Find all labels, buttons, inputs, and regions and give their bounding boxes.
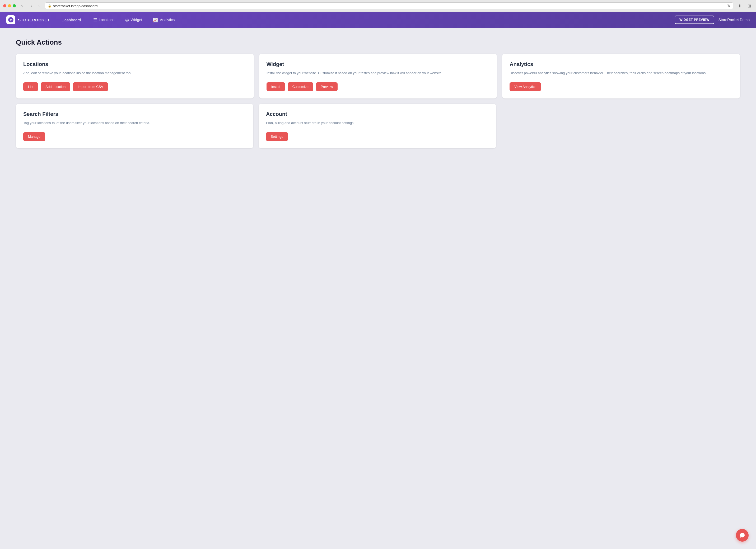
browser-actions: ⬆ ⊞ (736, 2, 753, 10)
account-card: Account Plan, billing and account stuff … (259, 104, 496, 148)
nav-widget[interactable]: ◎ Widget (121, 15, 147, 25)
nav-analytics[interactable]: 📈 Analytics (148, 15, 179, 25)
locations-nav-icon: ☰ (93, 17, 97, 22)
analytics-card: Analytics Discover powerful analytics sh… (502, 54, 740, 99)
widget-nav-icon: ◎ (125, 17, 129, 22)
analytics-card-title: Analytics (510, 61, 733, 67)
search-filters-card: Search Filters Tag your locations to let… (16, 104, 253, 148)
add-location-button[interactable]: Add Location (41, 82, 70, 91)
address-bar[interactable]: 🔒 storerocket.io/app/dashboard ↻ (45, 2, 733, 9)
nav-locations[interactable]: ☰ Locations (89, 15, 119, 25)
nav-analytics-label: Analytics (160, 18, 175, 22)
widget-card-desc: Install the widget to your website. Cust… (267, 71, 490, 76)
analytics-nav-icon: 📈 (153, 17, 158, 22)
url-text: storerocket.io/app/dashboard (53, 4, 725, 8)
widget-card-actions: Install Customize Preview (267, 82, 490, 91)
nav-widget-label: Widget (131, 18, 142, 22)
share-button[interactable]: ⬆ (736, 2, 743, 10)
customize-button[interactable]: Customize (288, 82, 313, 91)
view-analytics-button[interactable]: View Analytics (510, 82, 541, 91)
nav-dashboard: Dashboard (62, 18, 81, 22)
browser-chrome: ⌂ ‹ › 🔒 storerocket.io/app/dashboard ↻ ⬆… (0, 0, 756, 12)
reload-button[interactable]: ↻ (727, 4, 730, 8)
user-name: StoreRocket Demo (718, 18, 750, 22)
nav-items: ☰ Locations ◎ Widget 📈 Analytics (89, 15, 382, 25)
search-filters-card-title: Search Filters (23, 111, 246, 117)
close-traffic-light[interactable] (3, 4, 6, 7)
locations-card: Locations Add, edit or remove your locat… (16, 54, 254, 99)
main-content: Quick Actions Locations Add, edit or rem… (0, 28, 756, 549)
home-button[interactable]: ⌂ (18, 3, 25, 9)
import-csv-button[interactable]: Import from CSV (73, 82, 108, 91)
browser-nav: ‹ › (29, 3, 42, 9)
forward-button[interactable]: › (36, 3, 42, 9)
lock-icon: 🔒 (48, 4, 52, 8)
bottom-cards-row: Search Filters Tag your locations to let… (16, 104, 496, 148)
settings-button[interactable]: Settings (266, 132, 288, 141)
locations-card-title: Locations (23, 61, 246, 67)
nav-locations-label: Locations (99, 18, 115, 22)
locations-card-desc: Add, edit or remove your locations insid… (23, 71, 246, 76)
svg-point-1 (11, 20, 11, 20)
account-card-actions: Settings (266, 132, 489, 141)
account-card-desc: Plan, billing and account stuff are in y… (266, 120, 489, 126)
account-card-title: Account (266, 111, 489, 117)
search-filters-card-actions: Manage (23, 132, 246, 141)
manage-button[interactable]: Manage (23, 132, 45, 141)
top-cards-row: Locations Add, edit or remove your locat… (16, 54, 740, 99)
preview-button[interactable]: Preview (316, 82, 338, 91)
traffic-lights (3, 4, 16, 7)
search-filters-card-desc: Tag your locations to let the users filt… (23, 120, 246, 126)
app-nav: STOREROCKET Dashboard ☰ Locations ◎ Widg… (0, 12, 756, 28)
widget-card: Widget Install the widget to your websit… (259, 54, 497, 99)
minimize-traffic-light[interactable] (8, 4, 11, 7)
list-button[interactable]: List (23, 82, 38, 91)
analytics-card-desc: Discover powerful analytics showing your… (510, 71, 733, 76)
brand-logo-icon (8, 17, 13, 22)
install-button[interactable]: Install (267, 82, 285, 91)
widget-preview-button[interactable]: WIDGET PREVIEW (675, 16, 714, 24)
chat-button[interactable] (736, 529, 749, 542)
brand: STOREROCKET (6, 15, 56, 24)
widget-card-title: Widget (267, 61, 490, 67)
brand-name: STOREROCKET (18, 18, 50, 22)
page-title: Quick Actions (16, 38, 740, 46)
back-button[interactable]: ‹ (29, 3, 35, 9)
analytics-card-actions: View Analytics (510, 82, 733, 91)
tabs-button[interactable]: ⊞ (745, 2, 753, 10)
locations-card-actions: List Add Location Import from CSV (23, 82, 246, 91)
fullscreen-traffic-light[interactable] (13, 4, 16, 7)
brand-logo (6, 15, 15, 24)
